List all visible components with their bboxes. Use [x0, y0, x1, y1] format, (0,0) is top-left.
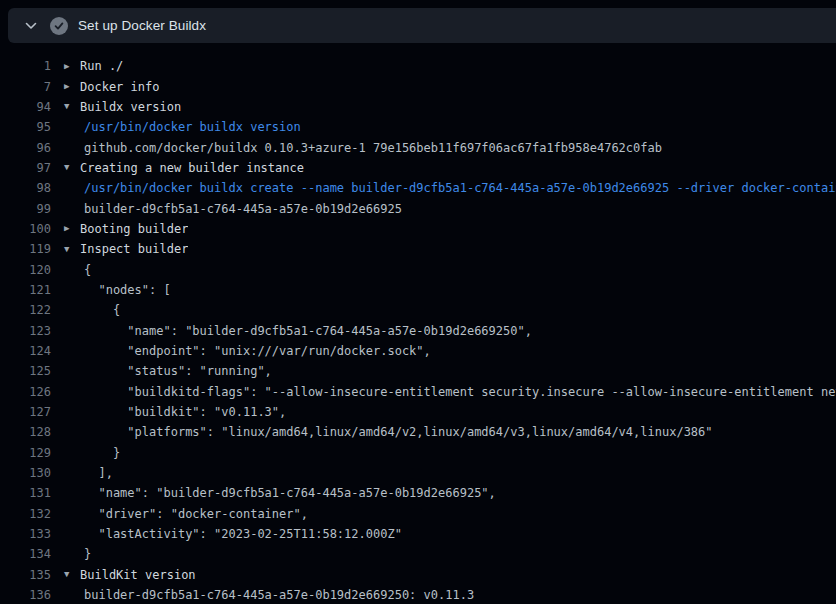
log-line-row: 131 "name": "builder-d9cfb5a1-c764-445a-… [0, 483, 836, 503]
line-number[interactable]: 94 [0, 100, 51, 114]
line-number[interactable]: 136 [0, 588, 51, 602]
log-group-row[interactable]: 7▶Docker info [0, 76, 836, 96]
log-line-row: 130 ], [0, 463, 836, 483]
group-title: BuildKit version [80, 568, 196, 582]
log-line-row: 96github.com/docker/buildx 0.10.3+azure-… [0, 137, 836, 157]
line-number[interactable]: 95 [0, 120, 51, 134]
group-title: Inspect builder [80, 242, 188, 256]
line-number[interactable]: 121 [0, 283, 51, 297]
line-number[interactable]: 133 [0, 527, 51, 541]
line-number[interactable]: 100 [0, 222, 51, 236]
log-line-row: 136builder-d9cfb5a1-c764-445a-a57e-0b19d… [0, 585, 836, 604]
log-line-row: 127 "buildkit": "v0.11.3", [0, 402, 836, 422]
line-number[interactable]: 127 [0, 405, 51, 419]
line-number[interactable]: 134 [0, 547, 51, 561]
output-text: } [80, 446, 120, 460]
chevron-down-icon[interactable]: ▼ [51, 163, 80, 172]
log-group-row[interactable]: 119▼Inspect builder [0, 239, 836, 259]
step-title[interactable]: Set up Docker Buildx [78, 18, 206, 33]
line-number[interactable]: 99 [0, 202, 51, 216]
group-title: Docker info [80, 80, 159, 94]
line-number[interactable]: 135 [0, 568, 51, 582]
log-line-row: 120{ [0, 259, 836, 279]
log-line-row: 126 "buildkitd-flags": "--allow-insecure… [0, 382, 836, 402]
log-line-row: 99builder-d9cfb5a1-c764-445a-a57e-0b19d2… [0, 198, 836, 218]
chevron-right-icon[interactable]: ▶ [51, 62, 80, 71]
log-line-row: 132 "driver": "docker-container", [0, 504, 836, 524]
command-text: /usr/bin/docker buildx version [80, 120, 301, 134]
line-number[interactable]: 97 [0, 161, 51, 175]
log-line-row: 129 } [0, 443, 836, 463]
line-number[interactable]: 130 [0, 466, 51, 480]
log-line-row: 128 "platforms": "linux/amd64,linux/amd6… [0, 422, 836, 442]
output-text: builder-d9cfb5a1-c764-445a-a57e-0b19d2e6… [80, 202, 402, 216]
output-text: { [80, 303, 120, 317]
output-text: "status": "running", [80, 364, 272, 378]
output-text: "platforms": "linux/amd64,linux/amd64/v2… [80, 425, 713, 439]
output-text: "driver": "docker-container", [80, 507, 308, 521]
chevron-right-icon[interactable]: ▶ [51, 224, 80, 233]
log-line-row: 95/usr/bin/docker buildx version [0, 117, 836, 137]
line-number[interactable]: 123 [0, 324, 51, 338]
line-number[interactable]: 126 [0, 385, 51, 399]
line-number[interactable]: 128 [0, 425, 51, 439]
output-text: "lastActivity": "2023-02-25T11:58:12.000… [80, 527, 402, 541]
output-text: } [80, 547, 91, 561]
check-circle-icon [50, 17, 68, 35]
output-text: "endpoint": "unix:///var/run/docker.sock… [80, 344, 431, 358]
line-number[interactable]: 122 [0, 303, 51, 317]
log-line-row: 125 "status": "running", [0, 361, 836, 381]
line-number[interactable]: 131 [0, 486, 51, 500]
log-line-row: 124 "endpoint": "unix:///var/run/docker.… [0, 341, 836, 361]
line-number[interactable]: 125 [0, 364, 51, 378]
log-line-row: 134} [0, 544, 836, 564]
output-text: github.com/docker/buildx 0.10.3+azure-1 … [80, 141, 662, 155]
log-group-row[interactable]: 94▼Buildx version [0, 97, 836, 117]
output-text: "name": "builder-d9cfb5a1-c764-445a-a57e… [80, 486, 496, 500]
log-group-row[interactable]: 135▼BuildKit version [0, 565, 836, 585]
group-title: Run ./ [80, 59, 123, 73]
log-line-row: 122 { [0, 300, 836, 320]
group-title: Buildx version [80, 100, 181, 114]
line-number[interactable]: 120 [0, 263, 51, 277]
output-text: "nodes": [ [80, 283, 171, 297]
line-number[interactable]: 7 [0, 80, 51, 94]
log-group-row[interactable]: 100▶Booting builder [0, 219, 836, 239]
log-group-row[interactable]: 1▶Run ./ [0, 56, 836, 76]
log-line-row: 98/usr/bin/docker buildx create --name b… [0, 178, 836, 198]
output-text: "buildkit": "v0.11.3", [80, 405, 286, 419]
chevron-down-icon[interactable]: ▼ [51, 102, 80, 111]
log-lines: 1▶Run ./7▶Docker info94▼Buildx version95… [0, 43, 836, 604]
line-number[interactable]: 98 [0, 181, 51, 195]
log-group-row[interactable]: 97▼Creating a new builder instance [0, 158, 836, 178]
chevron-right-icon[interactable]: ▶ [51, 82, 80, 91]
command-text: /usr/bin/docker buildx create --name bui… [80, 181, 836, 195]
chevron-down-icon[interactable]: ▼ [51, 245, 80, 254]
log-line-row: 133 "lastActivity": "2023-02-25T11:58:12… [0, 524, 836, 544]
output-text: ], [80, 466, 113, 480]
output-text: builder-d9cfb5a1-c764-445a-a57e-0b19d2e6… [80, 588, 474, 602]
chevron-down-icon[interactable]: ▼ [51, 570, 80, 579]
log-line-row: 123 "name": "builder-d9cfb5a1-c764-445a-… [0, 320, 836, 340]
output-text: { [80, 263, 91, 277]
chevron-down-icon[interactable] [24, 19, 38, 33]
output-text: "buildkitd-flags": "--allow-insecure-ent… [80, 385, 836, 399]
line-number[interactable]: 129 [0, 446, 51, 460]
line-number[interactable]: 132 [0, 507, 51, 521]
line-number[interactable]: 1 [0, 59, 51, 73]
log-line-row: 121 "nodes": [ [0, 280, 836, 300]
group-title: Creating a new builder instance [80, 161, 304, 175]
step-header-bar[interactable]: Set up Docker Buildx [8, 8, 836, 43]
line-number[interactable]: 119 [0, 242, 51, 256]
line-number[interactable]: 124 [0, 344, 51, 358]
group-title: Booting builder [80, 222, 188, 236]
output-text: "name": "builder-d9cfb5a1-c764-445a-a57e… [80, 324, 532, 338]
line-number[interactable]: 96 [0, 141, 51, 155]
